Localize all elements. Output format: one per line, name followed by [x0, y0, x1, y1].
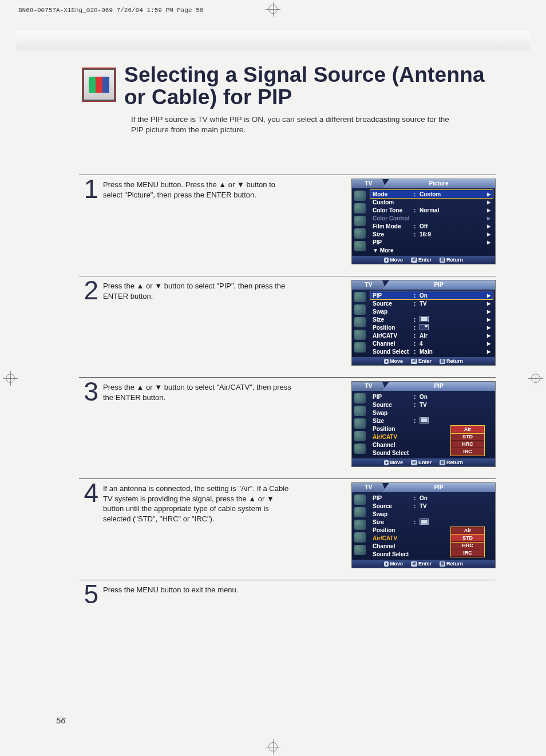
osd-row: Swap	[370, 409, 493, 417]
osd-hint-enter: ⏎Enter	[411, 358, 432, 364]
osd-row: Custom▶	[370, 198, 493, 206]
osd-option: Air	[451, 527, 484, 535]
osd-row-label: PIP	[373, 292, 414, 299]
osd-row: PIP▶	[370, 238, 493, 246]
osd-row: Size:▶	[370, 315, 493, 323]
osd-hint-enter: ⏎Enter	[411, 561, 432, 567]
chevron-right-icon: ▶	[487, 341, 490, 346]
chevron-right-icon: ▶	[487, 301, 490, 306]
osd-category-icon	[354, 406, 366, 416]
osd-row: Color Control▶	[370, 214, 493, 222]
osd-option: IRC	[451, 448, 484, 456]
osd-row-value	[420, 316, 487, 323]
osd-category-icon	[354, 304, 366, 315]
osd-hint-move: ♦Move	[384, 257, 403, 263]
osd-category-icon	[354, 241, 366, 251]
osd-category-icon	[354, 431, 366, 441]
pip-size-icon	[420, 324, 429, 330]
osd-row-label: Color Control	[373, 215, 414, 221]
osd-row: Source:TV	[370, 401, 493, 409]
osd-row-label: Channel	[373, 341, 414, 347]
osd-row-value: 4	[420, 341, 487, 347]
osd-row-value: Off	[420, 223, 487, 229]
osd-hint-enter: ⏎Enter	[411, 460, 432, 465]
osd-tab: TV	[352, 280, 386, 290]
osd-category-icon	[354, 216, 366, 226]
page-number: 56	[56, 715, 66, 725]
osd-row-value: On	[420, 394, 490, 400]
osd-row-label: Position	[373, 426, 414, 432]
osd-category-icon	[354, 191, 366, 201]
osd-row: ▼ More	[370, 246, 493, 254]
osd-hint-return: ⅢReturn	[440, 257, 463, 263]
osd-category-icon	[354, 418, 366, 429]
step-text: Press the ▲ or ▼ button to select "PIP",…	[101, 280, 298, 301]
osd-row-label: ▼ More	[373, 247, 414, 254]
osd-row: Size:16:9▶	[370, 230, 493, 238]
osd-row-label: Position	[373, 324, 414, 331]
osd-row: Position:▶	[370, 323, 493, 331]
step-text: Press the MENU button. Press the ▲ or ▼ …	[101, 179, 298, 200]
osd-category-icon	[354, 545, 366, 555]
osd-category-icon	[354, 228, 366, 239]
step-number: 1	[79, 177, 101, 201]
step-text: Press the MENU button to exit the menu.	[101, 584, 298, 595]
osd-options-popup: AirSTDHRCIRC	[450, 527, 485, 557]
header-band	[16, 31, 530, 50]
osd-row-value: Air	[420, 333, 487, 339]
osd-row-label: Channel	[373, 442, 414, 448]
osd-row-label: Air/CATV	[373, 434, 414, 440]
step-number: 4	[79, 481, 101, 505]
step-row: 4If an antenna is connected, the setting…	[79, 478, 496, 580]
osd-row: Source:TV▶	[370, 299, 493, 307]
osd-row-value: TV	[420, 503, 490, 509]
osd-row: Sound Select:Main▶	[370, 347, 493, 355]
chevron-right-icon: ▶	[487, 208, 490, 213]
osd-hint-move: ♦Move	[384, 561, 403, 567]
osd-row-label: Film Mode	[373, 223, 414, 229]
step-number: 5	[79, 583, 101, 606]
osd-row-label: Size	[373, 519, 414, 525]
osd-footer: ♦Move⏎EnterⅢReturn	[352, 458, 495, 466]
osd-row-label: PIP	[373, 239, 414, 246]
page-title: Selecting a Signal Source (Antenna or Ca…	[82, 64, 496, 109]
osd-row-label: Size	[373, 418, 414, 424]
osd-title: PIP	[382, 483, 495, 492]
osd-row: Swap▶	[370, 307, 493, 315]
osd-menu: TVPIPPIP:OnSource:TVSwapSize:PositionAir…	[351, 482, 496, 568]
step-row: 5Press the MENU button to exit the menu.	[79, 580, 496, 606]
chevron-right-icon: ▶	[487, 309, 490, 314]
osd-row-value: TV	[420, 402, 490, 408]
osd-hint-move: ♦Move	[384, 460, 403, 465]
step-number: 3	[79, 380, 101, 403]
osd-row-value	[420, 518, 490, 526]
osd-category-icon	[354, 393, 366, 403]
osd-option: STD	[451, 535, 484, 542]
osd-row-label: Sound Select	[373, 450, 414, 456]
intro-paragraph: If the PIP source is TV while PIP is ON,…	[131, 114, 457, 135]
step-row: 3Press the ▲ or ▼ button to select "Air/…	[79, 377, 496, 478]
osd-row: PIP:On▶	[370, 291, 493, 299]
osd-row-label: Source	[373, 300, 414, 307]
osd-option: STD	[451, 433, 484, 441]
step-row: 1Press the MENU button. Press the ▲ or ▼…	[79, 175, 496, 276]
osd-option: HRC	[451, 441, 484, 448]
osd-row-label: Color Tone	[373, 207, 414, 213]
osd-row-label: Custom	[373, 199, 414, 205]
osd-row: Size:	[370, 518, 493, 526]
osd-hint-return: ⅢReturn	[440, 358, 463, 364]
osd-row-value: On	[420, 495, 490, 501]
chevron-right-icon: ▶	[487, 333, 490, 338]
osd-row: Color Tone:Normal▶	[370, 206, 493, 214]
osd-row-label: Air/CATV	[373, 535, 414, 541]
osd-row: Swap	[370, 510, 493, 518]
osd-category-icon	[354, 507, 366, 517]
pip-size-icon	[420, 316, 429, 322]
osd-row-value: On	[420, 292, 487, 299]
osd-tab: TV	[352, 179, 386, 188]
chevron-right-icon: ▶	[487, 216, 490, 221]
osd-row: Channel:4▶	[370, 339, 493, 347]
osd-row-label: Sound Select	[373, 349, 414, 355]
osd-category-icon	[354, 444, 366, 454]
osd-title: PIP	[382, 382, 495, 391]
